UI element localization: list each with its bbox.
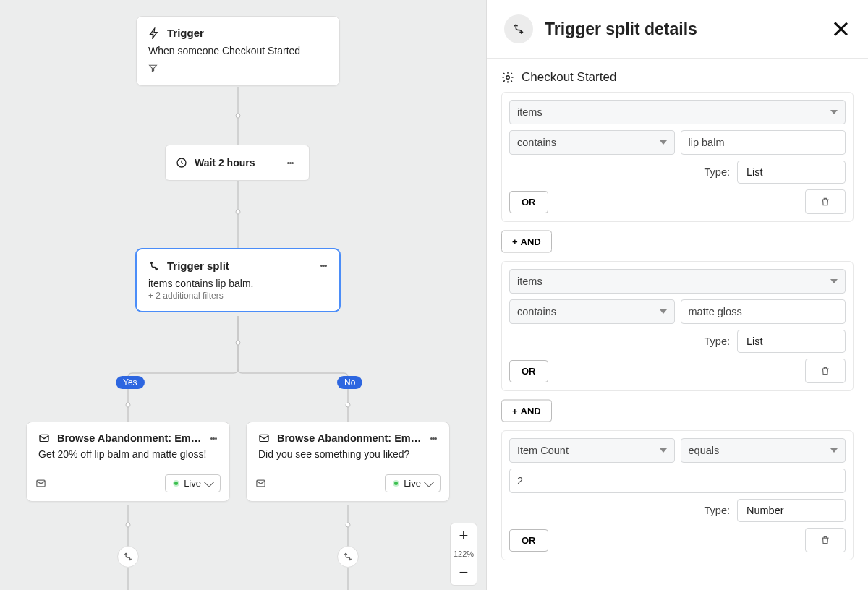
email-no-body: Did you see something you liked? — [247, 448, 449, 469]
branch-badge-no: No — [337, 376, 362, 389]
dropdown-caret-icon — [830, 279, 838, 283]
branch-badge-yes: Yes — [116, 376, 145, 389]
filter-1-delete-button[interactable] — [805, 189, 846, 214]
split-icon — [148, 260, 160, 272]
filter-1-or-button[interactable]: OR — [509, 191, 548, 213]
wait-label: Wait 2 hours — [195, 157, 274, 168]
type-label: Type: — [705, 505, 730, 516]
filter-block-2: items contains matte gloss Type: List OR — [501, 261, 854, 391]
split-menu-button[interactable] — [315, 257, 332, 274]
dropdown-caret-icon — [830, 110, 838, 114]
panel-title: Trigger split details — [545, 20, 830, 39]
chevron-down-icon — [424, 476, 434, 487]
zoom-out-button[interactable]: − — [451, 560, 477, 585]
email-icon — [38, 432, 50, 444]
filter-block-3: Item Count equals 2 Type: Number OR — [501, 430, 854, 560]
split-summary: items contains lip balm. — [148, 278, 328, 289]
filter-3-operator-select[interactable]: equals — [681, 438, 846, 463]
email-yes-menu-button[interactable] — [205, 429, 222, 447]
type-label: Type: — [705, 335, 730, 347]
flow-continuation-no[interactable] — [337, 546, 359, 568]
email-no-menu-button[interactable] — [425, 429, 442, 447]
svg-point-5 — [506, 76, 510, 80]
email-icon — [258, 432, 270, 444]
trash-icon — [820, 197, 830, 207]
trash-icon — [820, 366, 830, 376]
filter-2-type-select[interactable]: List — [737, 330, 846, 353]
type-label: Type: — [705, 166, 730, 178]
flow-canvas[interactable]: Trigger When someone Checkout Started Wa… — [0, 0, 486, 590]
event-name: Checkout Started — [522, 70, 616, 85]
panel-icon — [504, 14, 533, 43]
filter-3-delete-button[interactable] — [805, 528, 846, 552]
live-dot-icon — [173, 480, 179, 487]
email-node-no[interactable]: Browse Abandonment: Email... Did you see… — [246, 422, 450, 502]
lightning-icon — [148, 27, 160, 39]
filter-2-operator-select[interactable]: contains — [509, 299, 675, 324]
close-button[interactable] — [830, 19, 851, 39]
email-no-status-select[interactable]: Live — [385, 474, 441, 492]
trigger-split-node[interactable]: Trigger split items contains lip balm. +… — [136, 249, 340, 312]
email-icon — [255, 478, 266, 489]
filter-3-value-input[interactable]: 2 — [509, 469, 846, 493]
email-no-status: Live — [404, 478, 421, 489]
email-node-yes[interactable]: Browse Abandonment: Email... Get 20% off… — [26, 422, 230, 502]
plus-icon: + — [512, 236, 518, 247]
chevron-down-icon — [204, 476, 214, 487]
trash-icon — [820, 535, 830, 545]
zoom-controls: + 122% − — [450, 523, 477, 586]
filter-icon — [148, 64, 158, 73]
email-icon — [35, 478, 46, 489]
and-button-1[interactable]: + AND — [501, 231, 552, 253]
live-dot-icon — [393, 480, 399, 487]
wait-menu-button[interactable] — [281, 154, 299, 171]
email-yes-status: Live — [184, 478, 201, 489]
filter-1-operator-select[interactable]: contains — [509, 130, 675, 155]
filter-1-type-select[interactable]: List — [737, 161, 846, 184]
email-yes-status-select[interactable]: Live — [165, 474, 221, 492]
filter-3-or-button[interactable]: OR — [509, 529, 548, 552]
trigger-node[interactable]: Trigger When someone Checkout Started — [136, 16, 340, 86]
filter-2-dimension-select[interactable]: items — [509, 269, 846, 294]
zoom-value: 122% — [454, 548, 474, 560]
details-panel: Trigger split details Checkout Started i… — [486, 0, 868, 590]
dropdown-caret-icon — [660, 140, 667, 145]
trigger-description: When someone Checkout Started — [148, 45, 328, 56]
split-title: Trigger split — [167, 260, 229, 272]
dropdown-caret-icon — [830, 448, 838, 453]
wait-node[interactable]: Wait 2 hours — [165, 145, 310, 181]
dropdown-caret-icon — [660, 448, 667, 453]
email-yes-title: Browse Abandonment: Email... — [57, 432, 202, 444]
filter-1-value-input[interactable]: lip balm — [681, 130, 846, 155]
split-more: + 2 additional filters — [148, 291, 328, 301]
dropdown-caret-icon — [660, 309, 667, 314]
and-button-2[interactable]: + AND — [501, 400, 552, 422]
filter-3-type-select[interactable]: Number — [737, 499, 846, 522]
clock-icon — [176, 157, 187, 168]
flow-continuation-yes[interactable] — [117, 546, 139, 568]
email-yes-body: Get 20% off lip balm and matte gloss! — [27, 448, 229, 469]
filter-2-delete-button[interactable] — [805, 359, 846, 383]
gear-icon — [501, 71, 514, 84]
filter-block-1: items contains lip balm Type: List OR — [501, 92, 854, 222]
plus-icon: + — [512, 406, 518, 416]
zoom-in-button[interactable]: + — [451, 523, 477, 548]
filter-2-or-button[interactable]: OR — [509, 360, 548, 382]
filter-3-dimension-select[interactable]: Item Count — [509, 438, 675, 463]
email-no-title: Browse Abandonment: Email... — [277, 432, 422, 444]
filter-2-value-input[interactable]: matte gloss — [681, 299, 846, 324]
trigger-title: Trigger — [167, 27, 204, 39]
filter-1-dimension-select[interactable]: items — [509, 100, 846, 124]
